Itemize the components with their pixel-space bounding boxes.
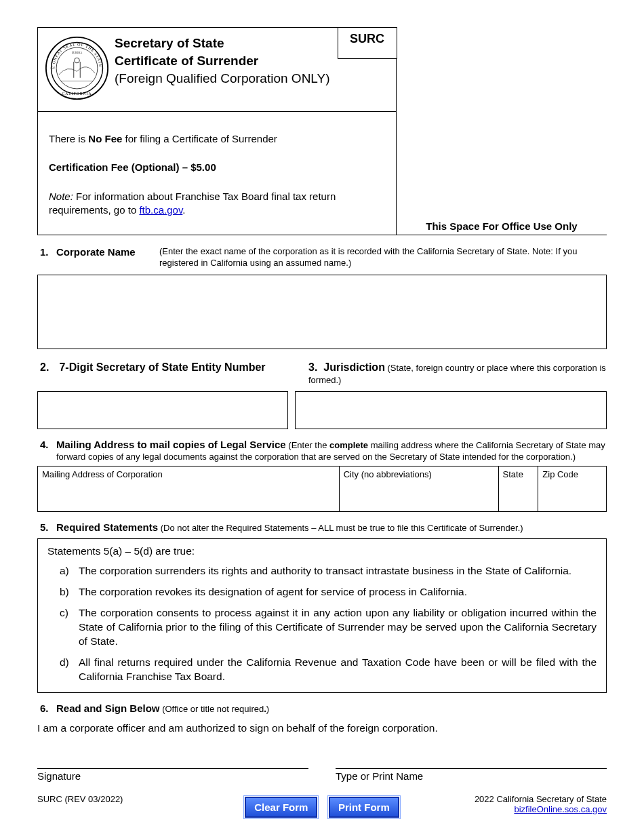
form-code: SURC — [338, 27, 397, 59]
section-1-title: Corporate Name — [56, 246, 136, 258]
note-line: Note: For information about Franchise Ta… — [49, 190, 385, 218]
section-3-num: 3. — [308, 361, 317, 373]
row-2-3-inputs — [37, 391, 607, 429]
office-use-label: This Space For Office Use Only — [397, 220, 607, 235]
footer-left: SURC (REV 03/2022) — [37, 794, 123, 804]
form-page: THE GREAT SEAL OF THE STATE OF CALIFORNI… — [0, 0, 644, 831]
svg-text:CALIFORNIA: CALIFORNIA — [62, 92, 92, 96]
row-2-3-head: 2. 7-Digit Secretary of State Entity Num… — [37, 361, 607, 386]
cert-fee-label: Certification Fee (Optional) – $5.00 — [49, 161, 216, 173]
section-5-paren: (Do not alter the Required Statements – … — [158, 523, 523, 533]
left-column: THE GREAT SEAL OF THE STATE OF CALIFORNI… — [37, 27, 397, 235]
section-4-title: Mailing Address to mail copies of Legal … — [56, 439, 286, 450]
statement-b-text: The corporation revokes its designation … — [79, 585, 597, 599]
statements-list: a) The corporation surrenders its rights… — [47, 564, 597, 683]
print-form-button[interactable]: Print Form — [329, 797, 399, 818]
bizfile-link[interactable]: bizfileOnline.sos.ca.gov — [514, 804, 607, 814]
section-5-head: 5. Required Statements (Do not alter the… — [37, 521, 607, 533]
mail-state-input[interactable] — [498, 496, 538, 512]
section-3-head: 3. Jurisdiction (State, foreign country … — [302, 361, 607, 386]
svg-text:EUREKA: EUREKA — [72, 52, 83, 54]
mail-city-input[interactable] — [339, 496, 498, 512]
statement-c-letter: c) — [47, 606, 79, 649]
note-text: For information about Franchise Tax Boar… — [49, 191, 336, 216]
section-5-num: 5. — [37, 521, 56, 533]
office-use-area: This Space For Office Use Only — [397, 27, 607, 235]
section-2-head: 2. 7-Digit Secretary of State Entity Num… — [37, 361, 302, 386]
no-fee-line: There is No Fee for filing a Certificate… — [49, 132, 385, 146]
section-5-title: Required Statements — [56, 521, 158, 533]
no-fee-bold: No Fee — [88, 133, 122, 144]
declaration-text: I am a corporate officer and am authoriz… — [37, 722, 607, 734]
section-3-title: Jurisdiction — [323, 361, 385, 373]
section-6-num: 6. — [37, 702, 56, 714]
section-4-head: 4. Mailing Address to mail copies of Leg… — [37, 439, 607, 462]
statement-a-text: The corporation surrenders its rights an… — [79, 564, 597, 578]
signature-col: Signature — [37, 768, 308, 782]
state-seal-icon: THE GREAT SEAL OF THE STATE OF CALIFORNI… — [45, 36, 109, 100]
statements-intro: Statements 5(a) – 5(d) are true: — [47, 544, 597, 559]
header-line-3: (Foreign Qualified Corporation ONLY) — [115, 71, 389, 86]
statement-d: d) All final returns required under the … — [47, 656, 597, 684]
statement-a-letter: a) — [47, 564, 79, 578]
statements-box: Statements 5(a) – 5(d) are true: a) The … — [37, 538, 607, 692]
section-6-head: 6. Read and Sign Below (Office or title … — [37, 702, 607, 714]
no-fee-prefix: There is — [49, 133, 88, 144]
entity-number-input[interactable] — [37, 391, 288, 429]
no-fee-suffix: for filing a Certificate of Surrender — [122, 133, 277, 144]
print-name-col: Type or Print Name — [336, 768, 607, 782]
mail-zip-input[interactable] — [538, 496, 607, 512]
mail-col-city: City (no abbreviations) — [339, 466, 498, 496]
mailing-address-table: Mailing Address of Corporation City (no … — [37, 466, 607, 513]
note-prefix: Note: — [49, 191, 73, 202]
section-6-paren: (Office or title not required.) — [160, 704, 270, 714]
signature-row: Signature Type or Print Name — [37, 768, 607, 782]
section-1-paren: (Enter the exact name of the corporation… — [159, 246, 607, 269]
clear-form-button[interactable]: Clear Form — [245, 797, 317, 818]
footer-right: 2022 California Secretary of State bizfi… — [475, 794, 607, 814]
statement-d-text: All final returns required under the Cal… — [79, 656, 597, 684]
jurisdiction-input[interactable] — [295, 391, 607, 429]
print-name-label: Type or Print Name — [336, 768, 607, 782]
statement-b: b) The corporation revokes its designati… — [47, 585, 597, 599]
section-1-num: 1. — [37, 246, 56, 258]
mail-address-input[interactable] — [38, 496, 340, 512]
svg-point-5 — [75, 58, 80, 63]
note-period: . — [182, 204, 185, 216]
mail-col-address: Mailing Address of Corporation — [38, 466, 340, 496]
section-4-num: 4. — [37, 439, 56, 450]
statement-c: c) The corporation consents to process a… — [47, 606, 597, 649]
top-wrapper: THE GREAT SEAL OF THE STATE OF CALIFORNI… — [37, 27, 607, 235]
fee-box: There is No Fee for filing a Certificate… — [37, 112, 397, 235]
mail-col-zip: Zip Code — [538, 466, 607, 496]
cert-fee-line: Certification Fee (Optional) – $5.00 — [49, 161, 385, 174]
section-1-head: 1. Corporate Name (Enter the exact name … — [37, 246, 607, 269]
section-2-title: 7-Digit Secretary of State Entity Number — [59, 361, 265, 373]
statement-c-text: The corporation consents to process agai… — [79, 606, 597, 649]
header-box: THE GREAT SEAL OF THE STATE OF CALIFORNI… — [37, 27, 397, 112]
statement-a: a) The corporation surrenders its rights… — [47, 564, 597, 578]
footer-right-1: 2022 California Secretary of State — [475, 794, 607, 804]
statement-d-letter: d) — [47, 656, 79, 684]
section-2-num: 2. — [37, 361, 56, 374]
signature-label: Signature — [37, 768, 308, 782]
statement-b-letter: b) — [47, 585, 79, 599]
svg-point-0 — [46, 37, 108, 99]
corporate-name-input[interactable] — [37, 275, 607, 349]
mail-col-state: State — [498, 466, 538, 496]
section-6-title: Read and Sign Below — [56, 702, 160, 714]
ftb-link[interactable]: ftb.ca.gov — [139, 204, 182, 216]
